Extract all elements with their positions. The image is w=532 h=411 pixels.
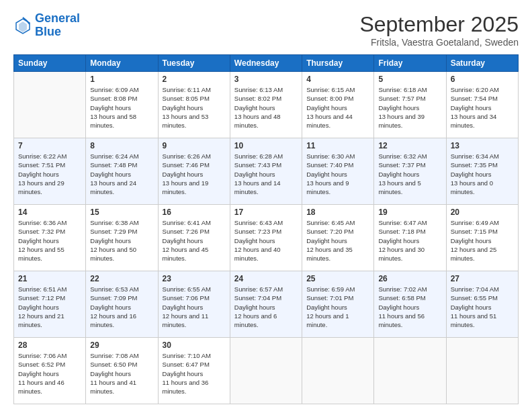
day-info: Sunrise: 6:22 AM Sunset: 7:51 PM Dayligh… — [18, 152, 81, 196]
calendar-table: SundayMondayTuesdayWednesdayThursdayFrid… — [13, 54, 519, 404]
logo-icon — [13, 16, 32, 35]
day-number: 21 — [18, 274, 81, 283]
page: General Blue September 2025 Fritsla, Vae… — [0, 0, 532, 411]
calendar-cell: 7 Sunrise: 6:22 AM Sunset: 7:51 PM Dayli… — [14, 138, 86, 205]
weekday-header-row: SundayMondayTuesdayWednesdayThursdayFrid… — [14, 55, 519, 72]
weekday-header-wednesday: Wednesday — [230, 55, 302, 72]
day-info: Sunrise: 6:51 AM Sunset: 7:12 PM Dayligh… — [18, 285, 81, 329]
day-number: 14 — [18, 208, 81, 217]
calendar-cell: 17 Sunrise: 6:43 AM Sunset: 7:23 PM Dayl… — [230, 205, 302, 271]
calendar-cell: 16 Sunrise: 6:41 AM Sunset: 7:26 PM Dayl… — [158, 205, 230, 271]
day-number: 19 — [378, 208, 441, 217]
day-info: Sunrise: 6:59 AM Sunset: 7:01 PM Dayligh… — [306, 285, 369, 329]
month-title: September 2025 — [359, 12, 519, 37]
day-info: Sunrise: 6:09 AM Sunset: 8:08 PM Dayligh… — [90, 85, 153, 130]
day-number: 2 — [163, 75, 226, 84]
weekday-header-tuesday: Tuesday — [158, 55, 230, 72]
location: Fritsla, Vaestra Goetaland, Sweden — [359, 37, 519, 48]
day-number: 6 — [451, 75, 514, 84]
calendar-cell: 12 Sunrise: 6:32 AM Sunset: 7:37 PM Dayl… — [374, 138, 446, 205]
logo-text: General Blue — [35, 12, 80, 39]
calendar-cell: 26 Sunrise: 7:02 AM Sunset: 6:58 PM Dayl… — [374, 271, 446, 338]
calendar-cell: 15 Sunrise: 6:38 AM Sunset: 7:29 PM Dayl… — [86, 205, 158, 271]
logo-general: General — [35, 11, 80, 25]
calendar-cell: 4 Sunrise: 6:15 AM Sunset: 8:00 PM Dayli… — [302, 72, 374, 138]
day-info: Sunrise: 6:20 AM Sunset: 7:54 PM Dayligh… — [451, 85, 514, 130]
calendar-cell — [230, 338, 302, 404]
calendar-cell: 20 Sunrise: 6:49 AM Sunset: 7:15 PM Dayl… — [446, 205, 518, 271]
day-info: Sunrise: 6:34 AM Sunset: 7:35 PM Dayligh… — [451, 152, 514, 196]
day-info: Sunrise: 6:13 AM Sunset: 8:02 PM Dayligh… — [234, 85, 298, 130]
calendar-cell: 23 Sunrise: 6:55 AM Sunset: 7:06 PM Dayl… — [158, 271, 230, 338]
calendar-cell: 3 Sunrise: 6:13 AM Sunset: 8:02 PM Dayli… — [230, 72, 302, 138]
day-info: Sunrise: 6:38 AM Sunset: 7:29 PM Dayligh… — [90, 218, 153, 263]
calendar-cell: 30 Sunrise: 7:10 AM Sunset: 6:47 PM Dayl… — [158, 338, 230, 404]
day-number: 18 — [306, 208, 369, 217]
day-number: 7 — [18, 141, 81, 150]
day-info: Sunrise: 6:18 AM Sunset: 7:57 PM Dayligh… — [378, 85, 441, 130]
day-info: Sunrise: 6:57 AM Sunset: 7:04 PM Dayligh… — [234, 285, 298, 329]
day-number: 20 — [451, 208, 514, 217]
week-row-3: 14 Sunrise: 6:36 AM Sunset: 7:32 PM Dayl… — [14, 205, 519, 271]
day-number: 4 — [306, 75, 369, 84]
weekday-header-monday: Monday — [86, 55, 158, 72]
calendar-cell: 28 Sunrise: 7:06 AM Sunset: 6:52 PM Dayl… — [14, 338, 86, 404]
logo-blue: Blue — [35, 26, 80, 39]
week-row-4: 21 Sunrise: 6:51 AM Sunset: 7:12 PM Dayl… — [14, 271, 519, 338]
day-info: Sunrise: 7:06 AM Sunset: 6:52 PM Dayligh… — [18, 351, 81, 396]
week-row-1: 1 Sunrise: 6:09 AM Sunset: 8:08 PM Dayli… — [14, 72, 519, 138]
calendar-cell: 11 Sunrise: 6:30 AM Sunset: 7:40 PM Dayl… — [302, 138, 374, 205]
day-info: Sunrise: 7:04 AM Sunset: 6:55 PM Dayligh… — [451, 285, 514, 329]
calendar-cell: 1 Sunrise: 6:09 AM Sunset: 8:08 PM Dayli… — [86, 72, 158, 138]
day-number: 16 — [163, 208, 226, 217]
calendar-cell: 14 Sunrise: 6:36 AM Sunset: 7:32 PM Dayl… — [14, 205, 86, 271]
calendar-cell: 27 Sunrise: 7:04 AM Sunset: 6:55 PM Dayl… — [446, 271, 518, 338]
calendar-cell — [446, 338, 518, 404]
calendar-cell: 6 Sunrise: 6:20 AM Sunset: 7:54 PM Dayli… — [446, 72, 518, 138]
day-info: Sunrise: 6:11 AM Sunset: 8:05 PM Dayligh… — [163, 85, 226, 130]
calendar-cell: 24 Sunrise: 6:57 AM Sunset: 7:04 PM Dayl… — [230, 271, 302, 338]
day-info: Sunrise: 6:36 AM Sunset: 7:32 PM Dayligh… — [18, 218, 81, 263]
day-number: 3 — [234, 75, 298, 84]
day-info: Sunrise: 6:53 AM Sunset: 7:09 PM Dayligh… — [90, 285, 153, 329]
day-number: 8 — [90, 141, 153, 150]
week-row-5: 28 Sunrise: 7:06 AM Sunset: 6:52 PM Dayl… — [14, 338, 519, 404]
calendar-cell — [14, 72, 86, 138]
calendar-cell: 5 Sunrise: 6:18 AM Sunset: 7:57 PM Dayli… — [374, 72, 446, 138]
day-number: 29 — [90, 340, 153, 350]
day-info: Sunrise: 6:26 AM Sunset: 7:46 PM Dayligh… — [163, 152, 226, 196]
day-number: 23 — [163, 274, 226, 283]
day-number: 9 — [163, 141, 226, 150]
calendar-cell: 13 Sunrise: 6:34 AM Sunset: 7:35 PM Dayl… — [446, 138, 518, 205]
logo: General Blue — [13, 12, 80, 39]
weekday-header-thursday: Thursday — [302, 55, 374, 72]
day-number: 10 — [234, 141, 298, 150]
calendar-cell: 2 Sunrise: 6:11 AM Sunset: 8:05 PM Dayli… — [158, 72, 230, 138]
calendar-cell: 19 Sunrise: 6:47 AM Sunset: 7:18 PM Dayl… — [374, 205, 446, 271]
weekday-header-sunday: Sunday — [14, 55, 86, 72]
weekday-header-friday: Friday — [374, 55, 446, 72]
day-info: Sunrise: 6:49 AM Sunset: 7:15 PM Dayligh… — [451, 218, 514, 263]
day-number: 27 — [451, 274, 514, 283]
day-info: Sunrise: 6:30 AM Sunset: 7:40 PM Dayligh… — [306, 152, 369, 196]
calendar-cell: 8 Sunrise: 6:24 AM Sunset: 7:48 PM Dayli… — [86, 138, 158, 205]
calendar-cell: 9 Sunrise: 6:26 AM Sunset: 7:46 PM Dayli… — [158, 138, 230, 205]
calendar-cell: 21 Sunrise: 6:51 AM Sunset: 7:12 PM Dayl… — [14, 271, 86, 338]
title-block: September 2025 Fritsla, Vaestra Goetalan… — [359, 12, 519, 48]
day-info: Sunrise: 6:45 AM Sunset: 7:20 PM Dayligh… — [306, 218, 369, 263]
day-number: 28 — [18, 340, 81, 350]
day-info: Sunrise: 6:28 AM Sunset: 7:43 PM Dayligh… — [234, 152, 298, 196]
day-info: Sunrise: 6:24 AM Sunset: 7:48 PM Dayligh… — [90, 152, 153, 196]
calendar-cell: 18 Sunrise: 6:45 AM Sunset: 7:20 PM Dayl… — [302, 205, 374, 271]
weekday-header-saturday: Saturday — [446, 55, 518, 72]
day-number: 1 — [90, 75, 153, 84]
week-row-2: 7 Sunrise: 6:22 AM Sunset: 7:51 PM Dayli… — [14, 138, 519, 205]
day-info: Sunrise: 6:47 AM Sunset: 7:18 PM Dayligh… — [378, 218, 441, 263]
day-number: 26 — [378, 274, 441, 283]
day-number: 17 — [234, 208, 298, 217]
day-number: 24 — [234, 274, 298, 283]
calendar-cell: 10 Sunrise: 6:28 AM Sunset: 7:43 PM Dayl… — [230, 138, 302, 205]
calendar-cell: 29 Sunrise: 7:08 AM Sunset: 6:50 PM Dayl… — [86, 338, 158, 404]
day-info: Sunrise: 7:08 AM Sunset: 6:50 PM Dayligh… — [90, 351, 153, 396]
day-number: 13 — [451, 141, 514, 150]
